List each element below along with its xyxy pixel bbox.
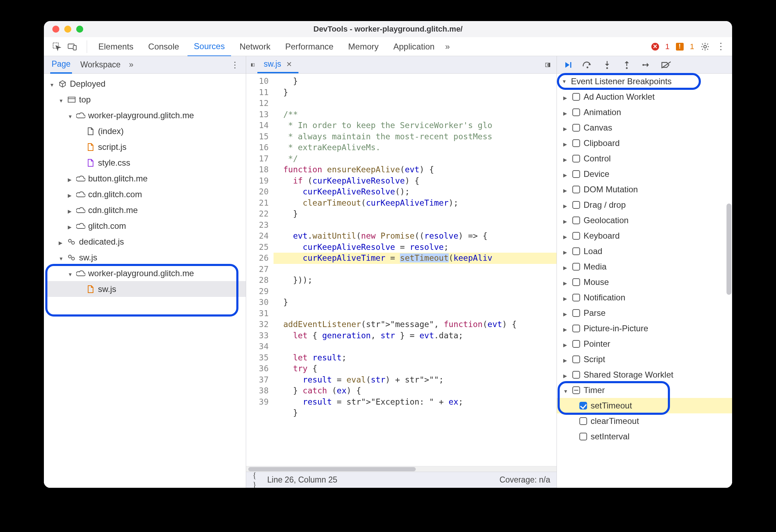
settings-gear-icon[interactable]	[701, 42, 710, 51]
evt-category[interactable]: Drag / drop	[557, 197, 732, 213]
evt-category[interactable]: Canvas	[557, 120, 732, 135]
evt-category[interactable]: Geolocation	[557, 213, 732, 228]
evt-category[interactable]: Media	[557, 259, 732, 274]
evt-category-timer[interactable]: Timer	[557, 383, 732, 398]
svg-point-18	[643, 64, 644, 66]
cursor-position: Line 26, Column 25	[267, 475, 337, 485]
evt-category[interactable]: Ad Auction Worklet	[557, 89, 732, 105]
tab-console[interactable]: Console	[142, 38, 185, 56]
tree-scriptjs-label: script.js	[98, 142, 126, 152]
nav-tabs-overflow-icon[interactable]: »	[129, 60, 133, 69]
tab-memory[interactable]: Memory	[342, 38, 385, 56]
deactivate-breakpoints-icon[interactable]	[661, 60, 671, 70]
vertical-scrollbar[interactable]	[726, 77, 731, 484]
tree-origin-button[interactable]: button.glitch.me	[46, 171, 246, 186]
svg-point-17	[626, 67, 628, 69]
tab-performance[interactable]: Performance	[279, 38, 340, 56]
cloud-icon	[76, 174, 85, 183]
inspect-icon[interactable]	[52, 42, 61, 51]
evt-category[interactable]: Animation	[557, 105, 732, 120]
svg-point-16	[606, 67, 608, 69]
step-into-icon[interactable]	[602, 60, 612, 70]
evt-setTimeout[interactable]: setTimeout	[557, 398, 732, 413]
tree-stylecss[interactable]: style.css	[46, 155, 246, 171]
evt-category[interactable]: Shared Storage Worklet	[557, 367, 732, 383]
tab-sources[interactable]: Sources	[188, 37, 231, 57]
step-out-icon[interactable]	[622, 60, 632, 70]
tab-elements[interactable]: Elements	[92, 38, 140, 56]
tree-stylecss-label: style.css	[98, 158, 130, 168]
code-content[interactable]: } } /** * In order to keep the ServiceWo…	[274, 74, 557, 466]
pretty-print-icon[interactable]: { }	[252, 476, 262, 485]
tabs-overflow-icon[interactable]: »	[443, 42, 452, 52]
code-area[interactable]: 10 11 12 13 14 15 16 17 18 19 20 21 22 2…	[246, 74, 557, 466]
evt-category[interactable]: Load	[557, 244, 732, 259]
resume-icon[interactable]	[563, 60, 573, 70]
evt-setInterval[interactable]: setInterval	[557, 429, 732, 444]
horizontal-scrollbar[interactable]	[246, 466, 557, 472]
svg-point-3	[704, 45, 706, 48]
evt-category[interactable]: Picture-in-Picture	[557, 321, 732, 336]
kebab-menu-icon[interactable]: ⋮	[716, 42, 725, 51]
tree-scriptjs[interactable]: script.js	[46, 139, 246, 155]
cube-icon	[58, 79, 67, 88]
nav-tab-page[interactable]: Page	[50, 56, 72, 74]
tree-sw[interactable]: sw.js	[46, 250, 246, 265]
window-titlebar: DevTools - worker-playground.glitch.me/	[44, 21, 732, 37]
svg-rect-11	[251, 64, 252, 66]
cloud-icon	[76, 111, 85, 120]
editor-tab-swjs[interactable]: sw.js ✕	[257, 56, 298, 73]
nav-kebab-icon[interactable]: ⋮	[230, 60, 239, 69]
step-over-icon[interactable]	[582, 60, 593, 70]
svg-point-15	[587, 66, 588, 68]
label: button.glitch.me	[88, 174, 147, 184]
tree-origin-main-label: worker-playground.glitch.me	[88, 111, 194, 120]
tree-top[interactable]: top	[46, 92, 246, 107]
evt-category[interactable]: Mouse	[557, 274, 732, 290]
tree-origin-cdncom[interactable]: cdn.glitch.com	[46, 186, 246, 202]
evt-category[interactable]: DOM Mutation	[557, 182, 732, 197]
evt-category[interactable]: Clipboard	[557, 135, 732, 151]
device-toggle-icon[interactable]	[68, 42, 77, 51]
evt-category[interactable]: Keyboard	[557, 228, 732, 244]
tree-origin-glitchcom[interactable]: glitch.com	[46, 218, 246, 234]
tree-origin-cdnme[interactable]: cdn.glitch.me	[46, 202, 246, 218]
tree-dedicated[interactable]: dedicated.js	[46, 234, 246, 250]
evt-category[interactable]: Notification	[557, 290, 732, 305]
close-tab-icon[interactable]: ✕	[286, 60, 292, 68]
error-icon[interactable]: ✕	[651, 43, 659, 51]
evt-category[interactable]: Device	[557, 166, 732, 182]
toggle-navigator-icon[interactable]	[248, 60, 257, 69]
coverage-status: Coverage: n/a	[500, 475, 550, 485]
label: cdn.glitch.me	[88, 205, 138, 215]
event-listener-breakpoints-header[interactable]: Event Listener Breakpoints	[557, 74, 732, 89]
svg-rect-4	[68, 97, 75, 102]
toggle-debugger-icon[interactable]	[545, 60, 554, 69]
tree-index[interactable]: (index)	[46, 123, 246, 139]
svg-rect-14	[570, 62, 571, 68]
nav-tab-workspace[interactable]: Workspace	[79, 56, 122, 73]
cloud-icon	[76, 221, 85, 231]
tree-deployed[interactable]: Deployed	[46, 76, 246, 92]
warning-count: 1	[690, 42, 694, 51]
cloud-icon	[76, 206, 85, 215]
navigator-tabs: Page Workspace » ⋮	[44, 56, 246, 74]
editor-tab-label: sw.js	[264, 59, 281, 69]
editor-pane: sw.js ✕ 10 11 12 13 14 15 16 17 18 19 20…	[246, 56, 557, 488]
tab-network[interactable]: Network	[233, 38, 277, 56]
warning-icon[interactable]: !	[676, 43, 684, 51]
tree-sw-file[interactable]: sw.js	[46, 281, 246, 297]
label: cdn.glitch.com	[88, 189, 142, 199]
tab-application[interactable]: Application	[387, 38, 441, 56]
tree-top-label: top	[79, 95, 91, 105]
evt-category[interactable]: Script	[557, 352, 732, 367]
evt-category[interactable]: Control	[557, 151, 732, 166]
evt-category[interactable]: Parse	[557, 305, 732, 321]
evt-category[interactable]: Pointer	[557, 336, 732, 352]
svg-point-7	[72, 241, 74, 244]
debugger-pane: Event Listener Breakpoints Ad Auction Wo…	[557, 56, 732, 488]
tree-sw-origin[interactable]: worker-playground.glitch.me	[46, 265, 246, 281]
tree-origin-main[interactable]: worker-playground.glitch.me	[46, 107, 246, 123]
step-icon[interactable]	[641, 60, 652, 70]
evt-clearTimeout[interactable]: clearTimeout	[557, 413, 732, 429]
